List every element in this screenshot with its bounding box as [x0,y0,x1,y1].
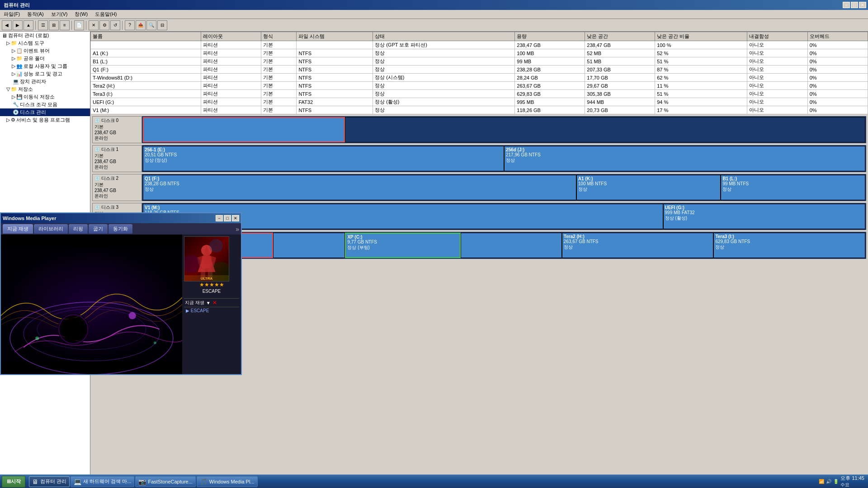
back-button[interactable]: ◀ [2,20,12,30]
partition-status-3-1: 정상 (활성) [665,215,863,221]
partition-name-4-2: XP (C:) [347,235,458,239]
sidebar-item-event-viewer[interactable]: ▷ 📋 이벤트 뷰어 [0,47,90,55]
partition-4-5[interactable]: Tera3 (I:) 629,83 GB NTFS 정상 [713,233,865,258]
extra-btn[interactable]: ⊟ [157,20,167,30]
wmp-tab-now-playing[interactable]: 지금 재생 [3,224,33,234]
close-button[interactable]: ✕ [859,2,866,8]
table-row[interactable]: T-Windows81 (D:) 파티션 기본 NTFS 정상 (시스템) 28… [91,74,868,82]
col-type: 형식 [261,32,297,41]
restore-button[interactable]: □ [851,2,858,8]
wmp-tab-rip[interactable]: 리핑 [69,224,88,234]
expand-icon-5: ▷ [12,71,15,77]
menu-bar: 파일(F) 동작(A) 보기(V) 창(W) 도움말(H) [0,10,868,19]
table-row[interactable]: UEFI (G:) 파티션 기본 FAT32 정상 (활성) 995 MB 94… [91,98,868,106]
menu-action[interactable]: 동작(A) [25,10,46,19]
partition-3-1[interactable]: UEFI (G:) 999 MB FAT32 정상 (활성) [663,204,865,229]
wmp-close-button[interactable]: ✕ [232,215,239,221]
taskbar-item-1[interactable]: 💻 새 하드웨어 검색 마... [71,476,134,487]
wmp-tab-more[interactable]: » [236,225,239,233]
wmp-minimize-button[interactable]: − [216,215,223,221]
separator-4 [122,21,123,30]
partition-0-0[interactable] [143,117,345,142]
wmp-maximize-button[interactable]: □ [224,215,231,221]
start-button[interactable]: ⊞ 시작 [2,476,25,488]
wmp-tab-burn[interactable]: 굽기 [89,224,108,234]
properties-btn[interactable]: ⚙ [99,20,109,30]
cell-free-pct: 62 % [655,74,747,82]
partition-0-1[interactable] [345,117,865,142]
menu-file[interactable]: 파일(F) [2,10,22,19]
help-btn[interactable]: ? [125,20,135,30]
album-art-svg: ULTRA [184,237,229,281]
list-view-btn[interactable]: ≡ [60,20,70,30]
delete-btn[interactable]: ✕ [89,20,99,30]
sidebar-item-disk-mgmt[interactable]: 💿 디스크 관리 [0,108,90,116]
sidebar-item-root[interactable]: 🖥 컴퓨터 관리 (로컬) [0,32,90,39]
sidebar-item-storage[interactable]: ▽ 📁 저장소 [0,85,90,93]
partition-2-0[interactable]: Q1 (F:) 238,28 GB NTFS 정상 [143,175,576,200]
cell-free-pct: 17 % [655,106,747,114]
partition-4-4[interactable]: Tera2 (H:) 263,67 GB NTFS 정상 [562,233,714,258]
cell-overhead: 0% [807,90,868,98]
svg-point-8 [35,337,39,340]
sidebar-label-removable: 이동식 저장소 [24,94,55,100]
partition-4-1[interactable] [273,233,345,258]
storage-icon: 📁 [11,86,17,92]
now-playing-text: 지금 재생 [185,300,204,306]
cell-status: 정상 [373,57,515,66]
sidebar-item-defrag[interactable]: 🔧 디스크 조각 모음 [0,101,90,108]
export-btn[interactable]: 📤 [136,20,146,30]
table-row[interactable]: A1 (K:) 파티션 기본 NTFS 정상 100 MB 52 MB 52 %… [91,49,868,57]
menu-view[interactable]: 보기(V) [49,10,70,19]
sidebar-item-local-users[interactable]: ▷ 👥 로컬 사용자 및 그룹 [0,62,90,70]
table-row[interactable]: B1 (L:) 파티션 기본 NTFS 정상 99 MB 51 MB 51 % … [91,57,868,66]
partition-4-3[interactable] [461,233,562,258]
sidebar-item-perf-logs[interactable]: ▷ 📊 성능 로그 및 경고 [0,70,90,78]
cell-fault: 아니오 [747,57,807,66]
taskbar-item-0[interactable]: 🖥 컴퓨터 관리 [29,476,70,487]
partition-1-1[interactable]: 256d (J:) 217,96 GB NTFS 정상 [504,146,865,171]
show-hide-btn[interactable]: ☰ [38,20,48,30]
table-row[interactable]: V1 (M:) 파티션 기본 NTFS 정상 118,26 GB 20,73 G… [91,106,868,114]
menu-window[interactable]: 창(W) [73,10,90,19]
wmp-playlist-item[interactable]: ▶ ESCAPE [184,307,239,314]
search-btn[interactable]: 🔍 [146,20,156,30]
svg-point-6 [62,318,85,341]
partition-status-2-2: 정상 [722,186,863,192]
cell-status: 정상 (활성) [373,98,515,106]
partition-name-2-0: Q1 (F:) [145,176,575,181]
wmp-tab-sync[interactable]: 동기화 [108,224,132,234]
share-icon: 📁 [16,56,23,61]
taskbar-item-3[interactable]: 🎵 Windows Media Pl... [197,476,258,487]
partition-2-2[interactable]: B1 (L:) 99 MB NTFS 정상 [721,175,865,200]
cell-layout: 파티션 [201,41,261,49]
icon-view-btn[interactable]: ⊞ [49,20,59,30]
defrag-icon: 🔧 [13,102,19,108]
up-button[interactable]: ▲ [24,20,33,30]
table-row[interactable]: 파티션 기본 정상 (GPT 보호 파티션) 238,47 GB 238,47 … [91,41,868,49]
taskbar-item-2[interactable]: 📷 FastStoneCapture... [135,476,195,487]
partition-2-1[interactable]: A1 (K:) 100 MB NTFS 정상 [576,175,721,200]
cell-overhead: 0% [807,49,868,57]
partition-4-2[interactable]: XP (C:) 9,77 GB NTFS 정상 (부팅) [345,233,461,258]
partition-1-0[interactable]: 256-1 (E:) 20,51 GB NTFS 정상 (정상) [143,146,504,171]
sidebar-item-device-mgr[interactable]: 💻 장치 관리자 [0,78,90,85]
expand-icon-4: ▷ [12,63,15,69]
wmp-playlist-close[interactable]: ✕ [212,300,217,306]
cell-fs: NTFS [297,90,373,98]
sidebar-item-shared-folders[interactable]: ▷ 📁 공유 폴더 [0,55,90,62]
table-row[interactable]: Tera3 (I:) 파티션 기본 NTFS 정상 629,83 GB 305,… [91,90,868,98]
sidebar-item-system-tools[interactable]: ▷ 📁 시스템 도구 [0,39,90,47]
table-row[interactable]: Tera2 (H:) 파티션 기본 NTFS 정상 263,67 GB 29,6… [91,82,868,90]
refresh-btn[interactable]: ↺ [110,20,120,30]
new-btn[interactable]: 📄 [74,20,84,30]
wmp-tab-library[interactable]: 라이브러리 [34,224,68,234]
cell-free: 20,73 GB [585,106,655,114]
separator-1 [35,21,36,30]
forward-button[interactable]: ▶ [13,20,23,30]
sidebar-item-services[interactable]: ▷ ⚙ 서비스 및 응용 프로그램 [0,116,90,124]
menu-help[interactable]: 도움말(H) [93,10,118,19]
minimize-button[interactable]: − [843,2,850,8]
table-row[interactable]: Q1 (F:) 파티션 기본 NTFS 정상 238,28 GB 207,33 … [91,66,868,74]
sidebar-item-removable[interactable]: ▷ 💾 이동식 저장소 [0,93,90,101]
